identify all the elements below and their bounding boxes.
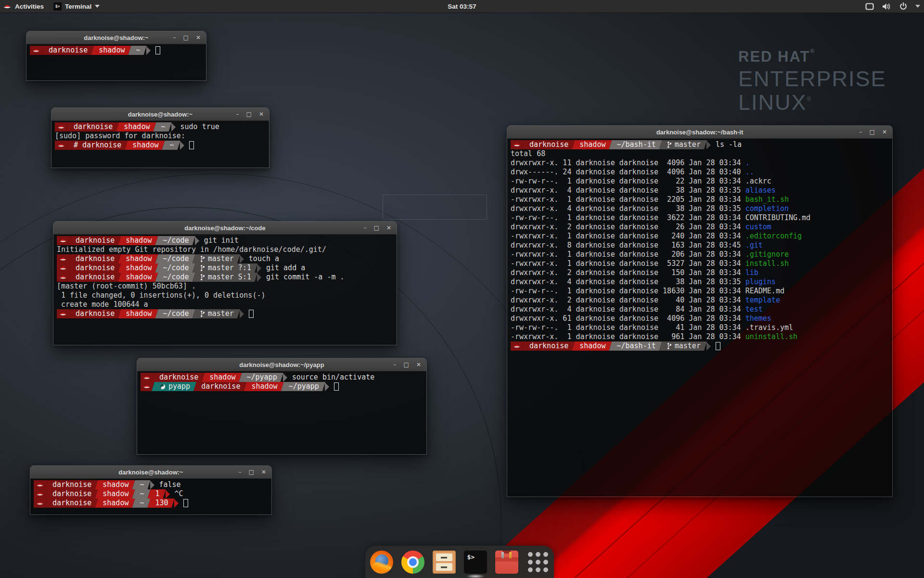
terminal-app-icon: $> xyxy=(53,2,62,11)
prompt-segment-label: shadow xyxy=(103,499,128,508)
volume-icon[interactable] xyxy=(882,3,891,10)
prompt-segment-label: darknoise xyxy=(76,254,115,263)
power-icon[interactable] xyxy=(899,2,907,10)
activities-button[interactable]: Activities xyxy=(0,0,49,13)
prompt-segment-path: ~ xyxy=(128,46,146,55)
window-titlebar[interactable]: darknoise@shadow:~/pyapp–□✕ xyxy=(137,358,426,371)
dock-item-chrome[interactable] xyxy=(401,551,424,574)
terminal-content[interactable]: darknoiseshadow~/codegit initInitialized… xyxy=(53,235,397,345)
prompt-segment-label: master xyxy=(675,140,701,149)
close-button[interactable]: ✕ xyxy=(259,111,264,117)
window-controls: –□✕ xyxy=(173,31,201,44)
window-titlebar[interactable]: darknoise@shadow:~/code–□✕ xyxy=(53,222,397,235)
close-button[interactable]: ✕ xyxy=(261,469,266,475)
prompt-segment-label: ~ xyxy=(170,141,174,150)
minimize-button[interactable]: – xyxy=(173,35,176,40)
terminal-content[interactable]: darknoiseshadow~sudo true[sudo] password… xyxy=(51,121,269,168)
terminal-line: drwxrwxr-x. 2 darknoise darknoise 26 Jan… xyxy=(511,223,892,232)
tray-chevron-icon[interactable] xyxy=(915,5,920,8)
terminal-content[interactable]: darknoiseshadow~falsedarknoiseshadow~1^C… xyxy=(30,479,271,514)
maximize-button[interactable]: □ xyxy=(249,469,254,475)
terminal-line: darknoiseshadow~false xyxy=(34,480,271,489)
terminal-window-terminal-home-small[interactable]: darknoise@shadow:~–□✕darknoiseshadow~ xyxy=(26,31,206,81)
activities-label: Activities xyxy=(15,3,44,10)
dock-item-terminal[interactable]: $> xyxy=(464,551,487,574)
window-controls: –□✕ xyxy=(239,466,266,478)
prompt-segment-label: darknoise xyxy=(529,140,568,149)
terminal-line: drwx------. 24 darknoise darknoise 4096 … xyxy=(511,168,892,177)
maximize-button[interactable]: □ xyxy=(404,362,409,368)
file-name: .travis.yml xyxy=(745,323,793,332)
prompt-segment-label: shadow xyxy=(126,236,152,245)
terminal-line: total 68 xyxy=(511,149,892,158)
prompt-arrow-icon xyxy=(240,255,244,263)
dock-item-toolbox[interactable] xyxy=(495,551,518,574)
dock-item-files[interactable] xyxy=(433,551,456,574)
minimize-button[interactable]: – xyxy=(860,129,862,135)
prompt-segment-host: shadow xyxy=(118,254,158,263)
prompt-segment-host: shadow xyxy=(118,273,158,282)
branding-enterprise-line: ENTERPRISE xyxy=(738,68,886,90)
screen-icon[interactable] xyxy=(865,3,874,10)
minimize-button[interactable]: – xyxy=(236,111,239,117)
dock-item-firefox[interactable] xyxy=(370,551,393,574)
prompt-segment-user: darknoise xyxy=(193,382,246,391)
maximize-button[interactable]: □ xyxy=(183,35,189,40)
close-button[interactable]: ✕ xyxy=(196,35,201,40)
prompt-segment-path: ~ xyxy=(162,141,180,150)
minimize-button[interactable]: – xyxy=(239,469,242,475)
prompt-segment-label: 1 xyxy=(155,489,160,499)
file-name: install.sh xyxy=(745,259,789,268)
terminal-line: darknoiseshadow~ xyxy=(30,46,206,55)
terminal-content[interactable]: darknoiseshadow~/pyappsource bin/activat… xyxy=(137,371,426,454)
terminal-line: darknoiseshadow~sudo true xyxy=(55,122,269,131)
maximize-button[interactable]: □ xyxy=(374,225,379,231)
file-name: template xyxy=(745,296,780,305)
terminal-line: darknoiseshadow~/codegit init xyxy=(57,236,397,245)
app-menu-caret-icon xyxy=(95,5,100,8)
terminal-content[interactable]: darknoiseshadow~/bash-itmasterls -latota… xyxy=(507,139,892,497)
output-text: -rwxrwxr-x. 1 darknoise darknoise 5327 J… xyxy=(511,259,745,268)
close-button[interactable]: ✕ xyxy=(416,362,421,368)
prompt-segment-path: ~/pyapp xyxy=(281,382,325,391)
prompt-segment-label: ~ xyxy=(140,480,144,489)
maximize-button[interactable]: □ xyxy=(246,111,252,117)
clock[interactable]: Sat 03:57 xyxy=(0,3,924,10)
terminal-line: darknoiseshadow~/bash-itmaster xyxy=(511,342,892,351)
prompt-segment-label: ~/bash-it xyxy=(616,342,655,351)
file-name: test xyxy=(745,305,763,314)
prompt-arrow-icon xyxy=(257,264,261,273)
prompt-segment-label: darknoise xyxy=(201,382,240,391)
terminal-line: -rwxrwxr-x. 1 darknoise darknoise 206 Ja… xyxy=(511,250,892,259)
window-titlebar[interactable]: darknoise@shadow:~–□✕ xyxy=(26,31,206,44)
git-branch-icon xyxy=(667,342,672,350)
window-titlebar[interactable]: darknoise@shadow:~–□✕ xyxy=(30,466,271,479)
prompt-segment-path: ~/code xyxy=(155,236,195,245)
output-text: drwx------. 24 darknoise darknoise 4096 … xyxy=(511,168,745,177)
prompt-segment-label: shadow xyxy=(126,273,152,282)
terminal-content[interactable]: darknoiseshadow~ xyxy=(26,44,206,80)
terminal-window-terminal-sudo[interactable]: darknoise@shadow:~–□✕darknoiseshadow~sud… xyxy=(51,107,270,168)
prompt-segment-label: shadow xyxy=(126,309,152,318)
terminal-window-terminal-pyapp[interactable]: darknoise@shadow:~/pyapp–□✕darknoiseshad… xyxy=(137,358,427,455)
prompt-segment-host: shadow xyxy=(125,141,165,150)
close-button[interactable]: ✕ xyxy=(882,129,887,135)
dock-item-apps[interactable] xyxy=(526,551,550,574)
terminal-line: darknoiseshadow~/codemaster S:1git commi… xyxy=(57,273,397,282)
window-titlebar[interactable]: darknoise@shadow:~/bash-it–□✕ xyxy=(507,126,892,139)
prompt-segment-user: darknoise xyxy=(522,140,575,149)
output-text: drwxrwxr-x. 2 darknoise darknoise 26 Jan… xyxy=(511,223,745,232)
maximize-button[interactable]: □ xyxy=(870,129,875,135)
app-menu-button[interactable]: $> Terminal xyxy=(49,0,104,13)
prompt-segment-label: ~ xyxy=(161,122,165,131)
prompt-arrow-icon xyxy=(257,273,261,282)
terminal-window-terminal-exitcodes[interactable]: darknoise@shadow:~–□✕darknoiseshadow~fal… xyxy=(30,465,272,515)
minimize-button[interactable]: – xyxy=(394,362,397,368)
terminal-window-terminal-code[interactable]: darknoise@shadow:~/code–□✕darknoiseshado… xyxy=(53,221,397,345)
window-titlebar[interactable]: darknoise@shadow:~–□✕ xyxy=(51,108,269,121)
prompt-segment-label: darknoise xyxy=(529,342,568,351)
minimize-button[interactable]: – xyxy=(364,225,367,231)
close-button[interactable]: ✕ xyxy=(386,225,391,231)
git-branch-icon xyxy=(200,310,205,317)
terminal-window-terminal-bash-it[interactable]: darknoise@shadow:~/bash-it–□✕darknoisesh… xyxy=(507,125,893,497)
